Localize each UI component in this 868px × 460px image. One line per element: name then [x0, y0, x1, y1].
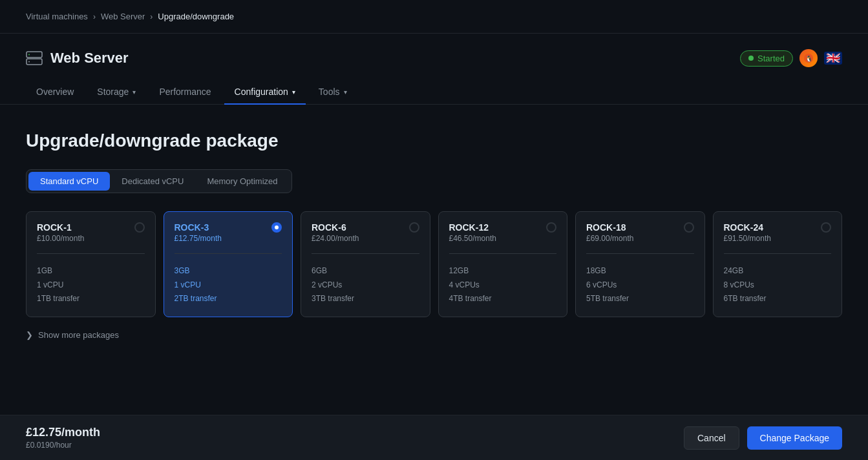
- pkg-spec-rock1: 1GB 1 vCPU 1TB transfer: [37, 264, 145, 306]
- card-header-rock6: ROCK-6 £24.00/month: [312, 222, 419, 243]
- pkg-name-rock18: ROCK-18: [586, 222, 633, 233]
- tab-configuration[interactable]: Configuration ▾: [224, 80, 306, 105]
- card-header-rock12: ROCK-12 £46.50/month: [449, 222, 557, 243]
- cancel-button[interactable]: Cancel: [684, 426, 739, 450]
- package-card-rock12[interactable]: ROCK-12 £46.50/month 12GB 4 vCPUs 4TB tr…: [438, 211, 568, 317]
- packages-grid: ROCK-1 £10.00/month 1GB 1 vCPU 1TB trans…: [26, 211, 842, 317]
- os-icon: 🐧: [799, 49, 818, 67]
- breadcrumb-sep-1: ›: [93, 12, 96, 21]
- nav-tabs: Overview Storage ▾ Performance Configura…: [0, 80, 868, 105]
- package-type-tabs: Standard vCPU Dedicated vCPU Memory Opti…: [26, 169, 292, 193]
- pkg-divider-rock3: [175, 253, 282, 254]
- status-badge: Started: [740, 50, 793, 67]
- server-icon: [26, 51, 43, 65]
- breadcrumb-web-server[interactable]: Web Server: [101, 12, 145, 21]
- pkg-spec-rock6: 6GB 2 vCPUs 3TB transfer: [312, 264, 419, 306]
- pkg-radio-rock24[interactable]: [821, 222, 831, 233]
- footer-actions: Cancel Change Package: [684, 426, 842, 450]
- pkg-price-rock6: £24.00/month: [312, 234, 359, 243]
- package-card-rock1[interactable]: ROCK-1 £10.00/month 1GB 1 vCPU 1TB trans…: [26, 211, 156, 317]
- package-card-rock3[interactable]: ROCK-3 £12.75/month 3GB 1 vCPU 2TB trans…: [164, 211, 293, 317]
- page-title: Upgrade/downgrade package: [26, 131, 842, 151]
- pkg-price-rock12: £46.50/month: [449, 234, 496, 243]
- card-header-rock3: ROCK-3 £12.75/month: [175, 222, 282, 243]
- change-package-button[interactable]: Change Package: [747, 426, 842, 450]
- svg-text:🐧: 🐧: [805, 55, 813, 63]
- footer-price-month: £12.75/month: [26, 426, 100, 439]
- pkg-spec-rock24: 24GB 8 vCPUs 6TB transfer: [724, 264, 832, 306]
- pkg-spec-rock3: 3GB 1 vCPU 2TB transfer: [175, 264, 282, 306]
- pkg-radio-rock1[interactable]: [134, 222, 145, 233]
- pkg-radio-rock18[interactable]: [684, 222, 694, 233]
- tab-performance[interactable]: Performance: [149, 80, 221, 105]
- pkg-radio-rock12[interactable]: [546, 222, 556, 233]
- pkg-radio-rock3[interactable]: [271, 222, 282, 233]
- tab-tools[interactable]: Tools ▾: [308, 80, 357, 105]
- pkg-price-rock1: £10.00/month: [37, 234, 84, 243]
- breadcrumb-sep-2: ›: [150, 12, 153, 21]
- pkg-spec-rock12: 12GB 4 vCPUs 4TB transfer: [449, 264, 557, 306]
- page-header: Web Server Started 🐧 🇬🇧: [0, 34, 868, 67]
- pkg-price-rock18: £69.00/month: [586, 234, 633, 243]
- configuration-chevron-icon: ▾: [292, 89, 295, 96]
- show-more-label: Show more packages: [38, 330, 119, 340]
- pkg-name-rock12: ROCK-12: [449, 222, 496, 233]
- breadcrumb-virtual-machines[interactable]: Virtual machines: [26, 12, 88, 21]
- breadcrumb-current: Upgrade/downgrade: [158, 12, 234, 21]
- pkg-divider-rock12: [449, 253, 557, 254]
- pkg-spec-rock18: 18GB 6 vCPUs 5TB transfer: [586, 264, 694, 306]
- package-card-rock18[interactable]: ROCK-18 £69.00/month 18GB 6 vCPUs 5TB tr…: [575, 211, 705, 317]
- package-card-rock24[interactable]: ROCK-24 £91.50/month 24GB 8 vCPUs 6TB tr…: [713, 211, 843, 317]
- svg-point-2: [28, 54, 30, 56]
- pkg-price-rock3: £12.75/month: [175, 234, 222, 243]
- chevron-down-icon: ❯: [26, 330, 33, 340]
- pkg-price-rock24: £91.50/month: [724, 234, 771, 243]
- footer-price-hour: £0.0190/hour: [26, 441, 100, 450]
- status-indicator: [748, 56, 754, 61]
- header-right: Started 🐧 🇬🇧: [740, 49, 842, 67]
- card-header-rock18: ROCK-18 £69.00/month: [586, 222, 694, 243]
- card-header-rock24: ROCK-24 £91.50/month: [724, 222, 832, 243]
- tab-dedicated-vcpu[interactable]: Dedicated vCPU: [110, 172, 195, 191]
- tab-storage[interactable]: Storage ▾: [87, 80, 146, 105]
- pkg-divider-rock18: [586, 253, 694, 254]
- footer: £12.75/month £0.0190/hour Cancel Change …: [0, 415, 868, 460]
- tools-chevron-icon: ▾: [344, 89, 347, 96]
- tab-memory-optimized[interactable]: Memory Optimized: [195, 172, 289, 191]
- breadcrumb: Virtual machines › Web Server › Upgrade/…: [0, 0, 868, 34]
- show-more-packages[interactable]: ❯ Show more packages: [26, 330, 842, 340]
- pkg-divider-rock1: [37, 253, 145, 254]
- pkg-name-rock3: ROCK-3: [175, 222, 222, 233]
- package-card-rock6[interactable]: ROCK-6 £24.00/month 6GB 2 vCPUs 3TB tran…: [301, 211, 430, 317]
- tab-standard-vcpu[interactable]: Standard vCPU: [28, 172, 110, 191]
- pkg-name-rock1: ROCK-1: [37, 222, 84, 233]
- svg-point-3: [28, 61, 30, 63]
- main-content: Upgrade/downgrade package Standard vCPU …: [0, 105, 868, 340]
- pkg-radio-rock6[interactable]: [409, 222, 419, 233]
- flag-icon: 🇬🇧: [824, 52, 842, 65]
- pkg-name-rock6: ROCK-6: [312, 222, 359, 233]
- footer-price-section: £12.75/month £0.0190/hour: [26, 426, 100, 450]
- pkg-name-rock24: ROCK-24: [724, 222, 771, 233]
- pkg-divider-rock6: [312, 253, 419, 254]
- card-header-rock1: ROCK-1 £10.00/month: [37, 222, 145, 243]
- tab-overview[interactable]: Overview: [26, 80, 84, 105]
- server-name: Web Server: [50, 50, 129, 67]
- header-left: Web Server: [26, 50, 129, 67]
- status-label: Started: [757, 54, 785, 63]
- storage-chevron-icon: ▾: [132, 89, 136, 96]
- pkg-divider-rock24: [724, 253, 832, 254]
